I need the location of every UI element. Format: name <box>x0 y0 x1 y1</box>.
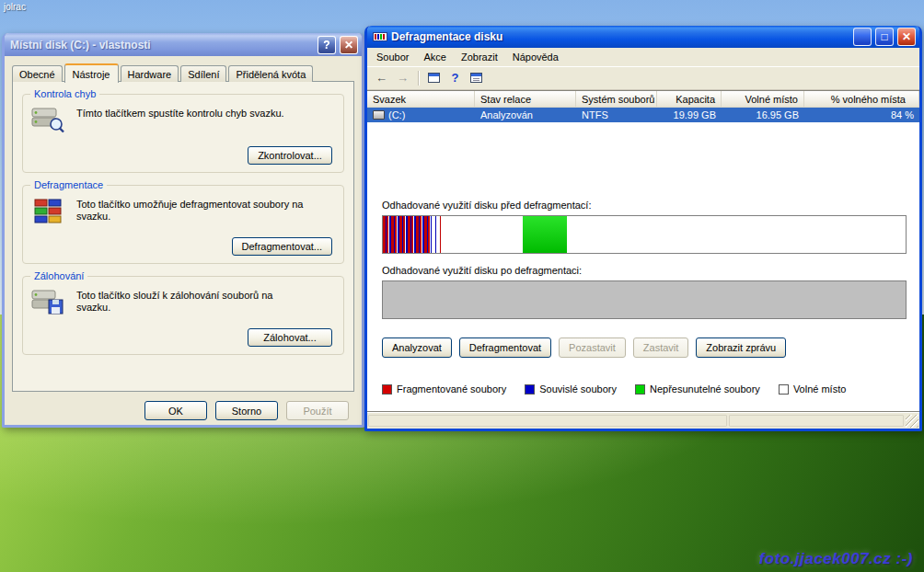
legend: Fragmentované soubory Souvislé soubory N… <box>382 383 919 395</box>
status-pane-main <box>368 415 727 427</box>
toolbar: ← → ? <box>367 66 919 90</box>
ok-button[interactable]: OK <box>144 401 207 420</box>
column-kapacita[interactable]: Kapacita <box>657 91 722 108</box>
menu-soubor[interactable]: Soubor <box>369 49 416 65</box>
percent-free-cell: 84 % <box>804 109 919 120</box>
check-disk-icon <box>30 106 65 133</box>
after-usage-label: Odhadované využití disku po defragmentac… <box>382 265 919 276</box>
session-status-cell: Analyzován <box>475 109 576 120</box>
analyze-button[interactable]: Analyzovat <box>382 337 452 358</box>
legend-free: Volné místo <box>779 383 846 395</box>
column-system-souboru[interactable]: Systém souborů <box>576 91 657 108</box>
filesystem-cell: NTFS <box>576 109 657 120</box>
check-now-button[interactable]: Zkontrolovat... <box>248 146 332 165</box>
defrag-titlebar[interactable]: Defragmentace disku _ □ ✕ <box>367 26 919 48</box>
defragment-button[interactable]: Defragmentovat <box>459 337 551 358</box>
status-bar <box>367 412 919 429</box>
defrag-app-icon <box>373 29 387 44</box>
show-console-tree-icon[interactable] <box>424 69 444 87</box>
desktop: jolrac foto.jjacek007.cz :-) Místní disk… <box>0 0 924 572</box>
tab-hardware[interactable]: Hardware <box>121 65 179 82</box>
defragment-icon <box>30 197 65 224</box>
usage-after-bar <box>382 280 907 319</box>
defrag-close-button[interactable]: ✕ <box>897 28 916 46</box>
error-check-group-title: Kontrola chyb <box>30 88 99 99</box>
forward-icon[interactable]: → <box>393 69 412 87</box>
toolbar-separator <box>418 71 419 86</box>
tab-strip: Obecné Nástroje Hardware Sdílení Přiděle… <box>5 56 362 82</box>
back-icon[interactable]: ← <box>372 69 391 87</box>
volume-row-c[interactable]: (C:) Analyzován NTFS 19.99 GB 16.95 GB 8… <box>367 108 919 122</box>
minimize-button[interactable]: _ <box>853 28 872 46</box>
minimize-icon: _ <box>860 35 866 46</box>
defragment-group-title: Defragmentace <box>30 179 107 190</box>
pause-button[interactable]: Pozastavit <box>559 337 626 358</box>
defragment-text: Toto tlačítko umožňuje defragmentovat so… <box>76 197 305 223</box>
tools-tab-panel: Kontrola chyb Tímto <box>12 81 354 392</box>
photo-watermark: foto.jjacek007.cz :-) <box>759 550 913 568</box>
column-volne-misto[interactable]: Volné místo <box>722 91 804 108</box>
defrag-client-area: Svazek Stav relace Systém souborů Kapaci… <box>367 90 919 412</box>
action-buttons: Analyzovat Defragmentovat Pozastavit Zas… <box>382 337 919 358</box>
maximize-icon: □ <box>881 31 887 42</box>
usage-before-bar <box>382 215 907 254</box>
menu-bar: Soubor Akce Zobrazit Nápověda <box>367 48 919 66</box>
legend-contiguous: Souvislé soubory <box>525 383 617 395</box>
defrag-window-title: Defragmentace disku <box>391 30 849 43</box>
contiguous-swatch <box>525 384 535 395</box>
view-report-button[interactable]: Zobrazit zprávu <box>696 337 786 358</box>
free-space-cell: 16.95 GB <box>722 109 804 120</box>
disk-properties-window: Místní disk (C:) - vlastnosti ? ✕ Obecné… <box>2 33 364 428</box>
legend-contiguous-label: Souvislé soubory <box>539 383 617 395</box>
unmovable-swatch <box>635 384 645 395</box>
defragment-now-button[interactable]: Defragmentovat... <box>232 237 332 256</box>
close-button[interactable]: ✕ <box>340 36 358 54</box>
drive-icon <box>373 110 385 120</box>
backup-text: Toto tlačítko slouží k zálohování soubor… <box>76 288 305 314</box>
desktop-corner-label: jolrac <box>4 2 26 12</box>
stop-button[interactable]: Zastavit <box>633 337 689 358</box>
error-check-text: Tímto tlačítkem spustíte kontrolu chyb s… <box>76 106 305 120</box>
volume-list-header: Svazek Stav relace Systém souborů Kapaci… <box>367 91 919 108</box>
backup-group: Zálohování Toto tla <box>22 276 344 355</box>
tab-nastroje[interactable]: Nástroje <box>64 63 119 83</box>
volume-list: Svazek Stav relace Systém souborů Kapaci… <box>367 91 919 189</box>
menu-zobrazit[interactable]: Zobrazit <box>454 49 505 65</box>
backup-now-button[interactable]: Zálohovat... <box>248 328 332 347</box>
resize-grip[interactable] <box>906 415 918 428</box>
properties-body: Obecné Nástroje Hardware Sdílení Přiděle… <box>5 56 362 422</box>
properties-titlebar[interactable]: Místní disk (C:) - vlastnosti ? ✕ <box>5 33 362 56</box>
column-stav-relace[interactable]: Stav relace <box>475 91 576 108</box>
legend-free-label: Volné místo <box>793 383 846 395</box>
help-icon: ? <box>323 40 329 51</box>
close-icon: ✕ <box>344 40 353 51</box>
free-swatch <box>779 384 789 395</box>
legend-unmovable: Nepřesunutelné soubory <box>635 383 760 395</box>
help-button[interactable]: ? <box>318 36 336 54</box>
status-pane-secondary <box>729 415 904 427</box>
error-check-group: Kontrola chyb Tímto <box>22 94 344 173</box>
volume-cell: (C:) <box>367 109 475 120</box>
column-procento-volneho-mista[interactable]: % volného místa <box>804 91 919 108</box>
column-svazek[interactable]: Svazek <box>367 91 475 108</box>
menu-akce[interactable]: Akce <box>416 49 453 65</box>
defrag-window: Defragmentace disku _ □ ✕ Soubor Akce Zo… <box>364 26 922 431</box>
tab-sdileni[interactable]: Sdílení <box>180 65 226 82</box>
export-list-icon[interactable] <box>467 69 486 87</box>
backup-icon <box>30 288 65 315</box>
before-usage-label: Odhadované využití disku před defragment… <box>382 200 919 211</box>
tab-pridelena-kvota[interactable]: Přidělená kvóta <box>228 65 313 82</box>
tab-obecne[interactable]: Obecné <box>12 65 63 82</box>
maximize-button[interactable]: □ <box>875 28 894 46</box>
dialog-footer: OK Storno Použít <box>5 392 362 420</box>
capacity-cell: 19.99 GB <box>657 109 722 120</box>
apply-button[interactable]: Použít <box>286 401 349 420</box>
toolbar-help-icon[interactable]: ? <box>445 69 465 87</box>
properties-window-title: Místní disk (C:) - vlastnosti <box>10 39 314 51</box>
legend-fragmented: Fragmentované soubory <box>382 383 506 395</box>
cancel-button[interactable]: Storno <box>215 401 278 420</box>
menu-napoveda[interactable]: Nápověda <box>505 49 566 65</box>
legend-fragmented-label: Fragmentované soubory <box>397 383 506 395</box>
backup-group-title: Zálohování <box>30 270 87 281</box>
defragment-group: Defragmentace Toto <box>22 185 344 264</box>
